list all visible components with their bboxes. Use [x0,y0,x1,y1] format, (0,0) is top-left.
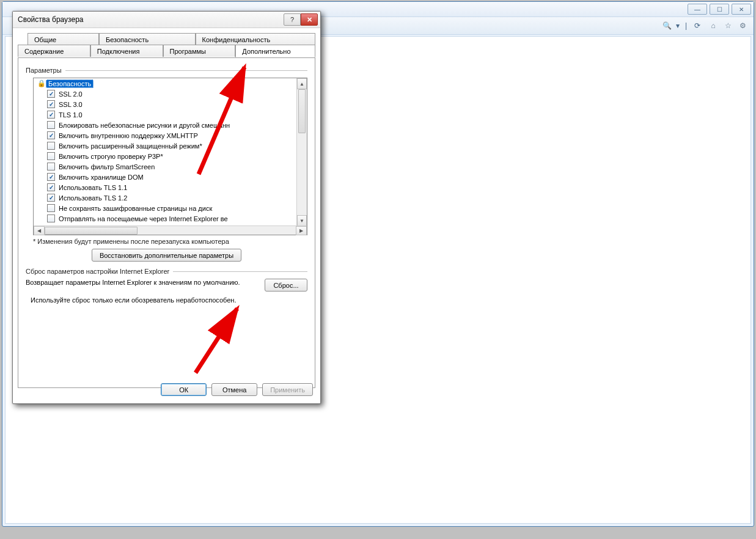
scroll-thumb[interactable] [298,89,306,133]
hscroll-thumb[interactable] [45,227,138,235]
settings-item-label: SSL 2.0 [59,90,83,98]
settings-item[interactable]: Включить хранилище DOM [34,172,297,182]
checkbox[interactable] [47,131,55,139]
settings-item[interactable]: SSL 2.0 [34,89,297,99]
advanced-tab-panel: Параметры 🔒 Безопасность SSL 2.0SSL 3.0T… [18,58,315,388]
settings-item[interactable]: Включить фильтр SmartScreen [34,161,297,172]
internet-options-dialog: Свойства браузера ? ✕ Общие Безопасность… [12,11,321,404]
checkbox[interactable] [47,90,55,98]
scroll-left-button[interactable]: ◀ [34,226,45,235]
checkbox[interactable] [47,152,55,160]
settings-item[interactable]: Блокировать небезопасные рисунки и друго… [34,120,297,130]
tab-advanced[interactable]: Дополнительно [235,45,315,57]
favorites-icon[interactable]: ☆ [723,21,733,31]
settings-item[interactable]: Включить расширенный защищенный режим* [34,141,297,151]
dialog-titlebar: Свойства браузера ? ✕ [13,12,320,28]
scroll-down-button[interactable]: ▼ [297,215,307,226]
tab-connections[interactable]: Подключения [90,45,163,57]
reset-warning: Используйте сброс только если обозревате… [31,296,307,304]
reset-legend: Сброс параметров настройки Internet Expl… [26,268,169,275]
checkbox[interactable] [47,194,55,202]
settings-item[interactable]: Не сохранять зашифрованные страницы на д… [34,203,297,213]
settings-item[interactable]: TLS 1.0 [34,109,297,120]
tab-general[interactable]: Общие [28,33,99,45]
minimize-button[interactable]: ― [688,4,707,15]
checkbox[interactable] [47,163,55,170]
checkbox[interactable] [47,100,55,108]
settings-item[interactable]: Использовать TLS 1.2 [34,193,297,203]
tab-privacy[interactable]: Конфиденциальность [196,33,315,45]
search-dropdown-icon: ▾ [676,21,680,30]
checkbox[interactable] [47,215,55,222]
settings-item-label: Использовать TLS 1.1 [59,184,127,191]
home-icon[interactable]: ⌂ [708,21,718,31]
restore-defaults-button[interactable]: Восстановить дополнительные параметры [92,249,241,262]
checkbox[interactable] [47,183,55,191]
reset-button[interactable]: Сброс... [265,279,307,292]
tab-programs[interactable]: Программы [163,45,236,57]
settings-item[interactable]: SSL 3.0 [34,99,297,109]
toolbar-search[interactable]: 🔍 ▾ | ⟳ [662,21,702,31]
tab-security[interactable]: Безопасность [99,33,196,45]
checkbox[interactable] [47,121,55,129]
scroll-right-button[interactable]: ▶ [296,226,307,235]
settings-item-label: Не сохранять зашифрованные страницы на д… [59,205,212,212]
settings-item-label: Отправлять на посещаемые через Internet … [59,215,228,222]
settings-item-label: Включить строгую проверку P3P* [59,153,163,160]
lock-icon: 🔒 [37,79,46,87]
settings-item-label: Включить внутреннюю поддержку XMLHTTP [59,132,198,139]
gear-icon[interactable]: ⚙ [738,21,747,31]
settings-item-label: Включить расширенный защищенный режим* [59,142,202,150]
settings-item[interactable]: Включить внутреннюю поддержку XMLHTTP [34,130,297,141]
settings-item-label: Использовать TLS 1.2 [59,194,127,202]
settings-item[interactable]: Отправлять на посещаемые через Internet … [34,213,297,224]
settings-item-label: Включить хранилище DOM [59,174,144,181]
close-dialog-button[interactable]: ✕ [301,13,318,26]
vertical-scrollbar[interactable]: ▲ ▼ [296,78,307,226]
cancel-button[interactable]: Отмена [211,383,257,396]
checkbox[interactable] [47,204,55,212]
settings-item[interactable]: Использовать TLS 1.1 [34,182,297,193]
settings-item[interactable]: Включить строгую проверку P3P* [34,151,297,161]
ok-button[interactable]: ОК [161,383,207,396]
checkbox[interactable] [47,173,55,181]
settings-legend: Параметры [26,67,62,74]
scroll-up-button[interactable]: ▲ [297,78,307,89]
dialog-title: Свойства браузера [18,15,84,24]
apply-button: Применить [262,383,313,396]
tab-content[interactable]: Содержание [18,45,90,57]
refresh-icon[interactable]: ⟳ [692,21,702,31]
settings-item-label: SSL 3.0 [59,101,83,108]
checkbox[interactable] [47,142,55,150]
reset-description: Возвращает параметры Internet Explorer к… [26,279,260,286]
checkbox[interactable] [47,111,55,119]
horizontal-scrollbar[interactable]: ◀ ▶ [34,226,307,235]
search-icon: 🔍 [662,21,672,31]
help-button[interactable]: ? [284,13,301,26]
close-window-button[interactable]: ✕ [732,4,751,15]
settings-item-label: TLS 1.0 [59,111,83,119]
category-security[interactable]: 🔒 Безопасность [34,78,297,89]
settings-item-label: Блокировать небезопасные рисунки и друго… [59,122,230,129]
maximize-button[interactable]: ☐ [710,4,729,15]
settings-tree[interactable]: 🔒 Безопасность SSL 2.0SSL 3.0TLS 1.0Блок… [33,78,307,235]
restart-note: * Изменения будут применены после переза… [33,238,307,245]
settings-item-label: Включить фильтр SmartScreen [59,163,155,170]
